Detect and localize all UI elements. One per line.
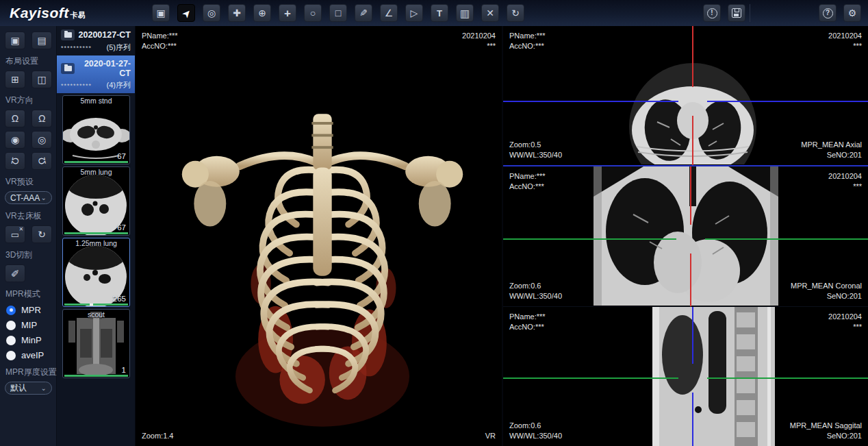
zoom-factor: Zoom:0.5 xyxy=(509,140,562,150)
remove-bed-tool[interactable]: ▭ xyxy=(5,225,25,243)
folder-open-button[interactable] xyxy=(61,63,75,74)
ellipse-roi-tool[interactable]: ○ xyxy=(304,4,322,22)
crosshair-h-segment[interactable] xyxy=(705,238,868,240)
save-icon xyxy=(732,8,741,18)
scalpel-tool[interactable]: ✐ xyxy=(5,264,25,282)
mpr-overlay-bottom-right: MPR_MEAN Axial SeNO:201 xyxy=(801,140,862,160)
vr-preset-dropdown[interactable]: CT-AAA ⌄ xyxy=(5,191,52,204)
study-name: 20200127-CT xyxy=(75,30,131,40)
radio-icon[interactable] xyxy=(6,306,16,315)
crosshair-v-segment[interactable] xyxy=(690,253,691,306)
reset-tool[interactable]: ↻ xyxy=(31,225,52,243)
crosshair-h-segment[interactable] xyxy=(503,377,678,379)
crosshair-v-segment[interactable] xyxy=(692,116,693,165)
thumbnail-5mm-lung[interactable]: 5mm lung 67 xyxy=(62,166,130,236)
thumbnail-5mm-stnd[interactable]: 5mm stnd 67 xyxy=(62,95,130,164)
delete-annotation-tool[interactable]: ✕ xyxy=(481,4,499,22)
ellipse-roi-icon: ○ xyxy=(310,8,316,18)
mpr-axial-viewport[interactable]: PName:*** AccNO:*** 20210204 *** Zoom:0.… xyxy=(503,26,868,166)
arrow-annotate-tool[interactable]: ▷ xyxy=(405,4,423,22)
folder-button[interactable] xyxy=(61,29,75,40)
gear-icon: ⚙ xyxy=(848,8,857,18)
layout-grid-2x2-tool[interactable]: ⊞ xyxy=(5,71,25,88)
crosshair-tool[interactable]: + xyxy=(279,4,296,22)
layout-1-2-tool[interactable]: ◫ xyxy=(31,71,52,88)
radio-icon[interactable] xyxy=(6,321,16,330)
angle-measure-tool[interactable]: ∠ xyxy=(380,4,398,22)
render-mode: MPR_MEAN Axial xyxy=(801,140,862,150)
mpr-overlay-top-left: PName:*** AccNO:*** xyxy=(509,31,546,51)
info-button[interactable]: ! xyxy=(703,4,721,22)
vr-head-front-icon: ◉ xyxy=(11,135,19,145)
thumbnail-scout[interactable]: scout 1 xyxy=(62,309,130,378)
mpr-mode-option-mpr[interactable]: MPR xyxy=(6,305,51,315)
crosshair-h-segment[interactable] xyxy=(707,377,868,379)
crosshair-h-segment[interactable] xyxy=(503,238,676,240)
vr-overlay-bottom-right: VR xyxy=(485,431,496,441)
crosshair-h-segment[interactable] xyxy=(707,101,868,102)
vr-head-back-tool[interactable]: ◎ xyxy=(31,131,52,149)
reset-view-tool[interactable]: ↻ xyxy=(507,4,524,22)
vr-head-front-tool[interactable]: ◉ xyxy=(5,131,25,149)
zoom-factor: Zoom:1.4 xyxy=(142,431,173,441)
crosshair-v-segment[interactable] xyxy=(692,26,693,87)
layout-2d-tool[interactable]: ▣ xyxy=(152,4,170,22)
study-patient-masked: ********** xyxy=(61,82,92,89)
vr-viewport[interactable]: PName:*** AccNO:*** 20210204 *** Zoom:1.… xyxy=(136,26,502,446)
mpr-coronal-viewport[interactable]: PName:*** AccNO:*** 20210204 *** Zoom:0.… xyxy=(503,166,868,306)
crosshair-h-segment[interactable] xyxy=(503,101,678,102)
vr-head-bottom-tool[interactable]: Ω xyxy=(31,152,52,170)
left-sidebar: ▣▤ 布局设置 ⊞◫ VR方向 ΩΩ◉◎ΩΩ VR预设 CT-AAA ⌄ VR去… xyxy=(0,26,57,446)
crosshair-v-segment[interactable] xyxy=(692,393,693,446)
vr-head-bottom-icon: Ω xyxy=(36,157,47,166)
app-logo: Kayisoft卡易 xyxy=(0,5,116,21)
vr-rendering xyxy=(175,101,470,437)
vr-head-left-tool[interactable]: Ω xyxy=(5,110,25,127)
vr-overlay-top-left: PName:*** AccNO:*** xyxy=(142,31,178,51)
help-button[interactable]: ? xyxy=(819,4,837,22)
mpr-mode-option-aveip[interactable]: aveIP xyxy=(6,350,51,360)
zoom-in-tool[interactable]: ⊕ xyxy=(253,4,271,22)
study-item-2[interactable]: 2020-01-27-CT ********** (4)序列 xyxy=(57,55,135,93)
mpr-column: PName:*** AccNO:*** 20210204 *** Zoom:0.… xyxy=(502,26,868,446)
crosshair-v-segment[interactable] xyxy=(692,307,693,364)
series-number: SeNO:201 xyxy=(801,150,862,160)
mpr-thickness-dropdown[interactable]: 默认 ⌄ xyxy=(5,382,52,395)
delete-annotation-icon: ✕ xyxy=(486,8,494,18)
rotate-3d-tool[interactable]: ◎ xyxy=(203,4,220,22)
study-item-1[interactable]: 20200127-CT ********** (5)序列 xyxy=(57,26,135,55)
pencil-measure-tool[interactable]: ✎ xyxy=(355,4,372,22)
settings-button[interactable]: ⚙ xyxy=(843,4,861,22)
masked-value: *** xyxy=(828,182,862,192)
mpr-mode-option-mip[interactable]: MIP xyxy=(6,320,51,330)
window-level-tool[interactable]: ▥ xyxy=(456,4,474,22)
rect-roi-tool[interactable]: □ xyxy=(329,4,347,22)
patient-name: PName:*** xyxy=(509,312,546,322)
mpr-overlay-bottom-right: MPR_MEAN Coronal SeNO:201 xyxy=(791,281,862,301)
thumbnail-progress-bar xyxy=(64,232,128,234)
study-series-count: (4)序列 xyxy=(107,80,131,90)
pan-tool[interactable]: ✚ xyxy=(228,4,246,22)
thumbnail-1-25mm-lung[interactable]: 1.25mm lung 265 xyxy=(62,238,130,307)
cursor-tool[interactable]: ➤ xyxy=(177,4,195,22)
text-annotate-icon: T xyxy=(437,9,442,18)
mpr-mode-options: MPR MIP MinP aveIP xyxy=(5,305,51,360)
remove-bed-icon: ▭ xyxy=(11,230,19,239)
vr-head-right-tool[interactable]: Ω xyxy=(31,110,52,127)
mpr-sagittal-viewport[interactable]: PName:*** AccNO:*** 20210204 *** Zoom:0.… xyxy=(503,307,868,446)
layout-1-2-icon: ◫ xyxy=(37,75,46,84)
radio-icon[interactable] xyxy=(6,351,16,360)
render-mode: MPR_MEAN Saggital xyxy=(790,421,862,431)
study-date: 20210204 xyxy=(462,31,496,41)
render-mode: MPR_MEAN Coronal xyxy=(791,281,862,291)
text-annotate-tool[interactable]: T xyxy=(431,4,448,22)
thumbnail-progress-bar xyxy=(64,375,128,377)
vr-head-top-tool[interactable]: Ω xyxy=(5,152,25,170)
mpr-mode-option-minp[interactable]: MinP xyxy=(6,335,51,345)
radio-icon[interactable] xyxy=(6,336,16,345)
zoom-factor: Zoom:0.6 xyxy=(509,421,562,431)
report-edit-tool[interactable]: ▤ xyxy=(31,32,52,49)
save-button[interactable] xyxy=(728,4,745,22)
crosshair-v-segment[interactable] xyxy=(690,166,691,225)
report-preview-tool[interactable]: ▣ xyxy=(5,32,25,49)
